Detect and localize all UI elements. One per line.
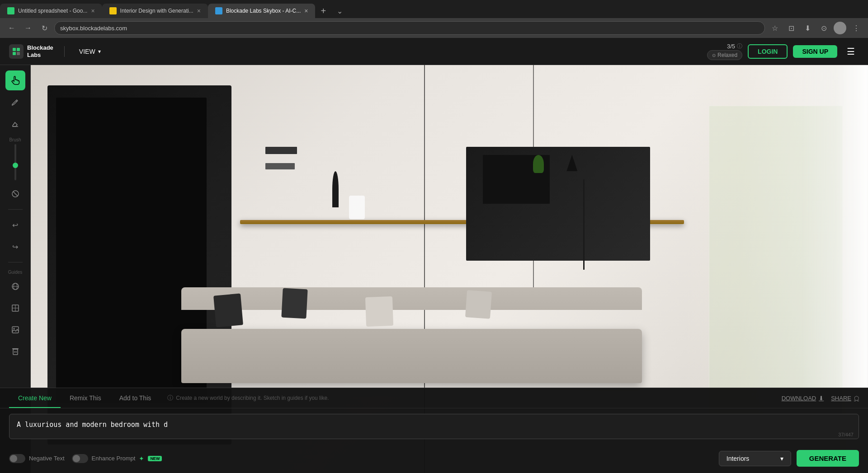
building-icon: [11, 347, 20, 356]
new-tab-button[interactable]: +: [315, 4, 331, 18]
main-content: Brush ↩ ↪ Guides: [0, 65, 868, 473]
toggle-knob: [10, 455, 17, 462]
download-icon: ⬇: [819, 395, 824, 402]
circle-slash-icon: [11, 189, 20, 198]
negative-text-label: Negative Text: [29, 455, 65, 462]
logo-text: Blockade Labs: [27, 44, 53, 58]
tab-close-3[interactable]: ×: [304, 7, 308, 14]
eraser-tool-button[interactable]: [5, 114, 25, 134]
tab-title-3: Blockade Labs Skybox - AI-C...: [226, 8, 301, 14]
view-button[interactable]: VIEW ▾: [75, 46, 104, 57]
tab-favicon-3: [215, 7, 222, 14]
header-divider: [64, 46, 65, 57]
tab-overflow-button[interactable]: ⌄: [331, 4, 348, 18]
vase-object: [332, 171, 339, 207]
toolbar-separator-1: [8, 209, 23, 210]
relaxed-text: Relaxed: [717, 52, 737, 58]
image-guide-button[interactable]: [5, 320, 25, 340]
bookmark-icon[interactable]: ☆: [769, 22, 781, 34]
browser-tab-3[interactable]: Blockade Labs Skybox - AI-C... ×: [208, 4, 316, 18]
forward-button[interactable]: →: [22, 22, 34, 34]
generate-button[interactable]: GENERATE: [797, 450, 859, 467]
more-options-icon[interactable]: ⋮: [850, 22, 863, 34]
svg-line-7: [13, 192, 18, 196]
profile-icon[interactable]: ⊙: [817, 22, 830, 34]
download-icon[interactable]: ⬇: [801, 22, 814, 34]
app-header: Blockade Labs VIEW ▾ 3/5 ⓘ ⊙ Relaxed LOG…: [0, 38, 868, 65]
brush-slider-container: Brush: [9, 136, 21, 182]
book-stack-2: [265, 163, 295, 169]
app: Blockade Labs VIEW ▾ 3/5 ⓘ ⊙ Relaxed LOG…: [0, 38, 868, 473]
prompt-input-wrap: 37/447: [9, 414, 859, 441]
svg-rect-2: [13, 52, 16, 55]
bottom-panel: Create New Remix This Add to This ⓘ Crea…: [0, 388, 868, 473]
svg-rect-17: [12, 348, 19, 349]
back-button[interactable]: ←: [5, 22, 18, 34]
login-button[interactable]: LOGIN: [748, 44, 788, 59]
globe-icon: [11, 282, 20, 291]
select-tool-button[interactable]: [5, 70, 25, 90]
enhance-prompt-group: Enhance Prompt ✦ NEW: [72, 454, 162, 463]
reload-button[interactable]: ↻: [38, 22, 51, 34]
globe-guide-button[interactable]: [5, 276, 25, 296]
lamp-pole: [583, 179, 585, 270]
negative-text-toggle[interactable]: [9, 454, 25, 463]
sofa-back: [181, 287, 642, 310]
brush-label: Brush: [9, 137, 21, 142]
tab-close-1[interactable]: ×: [91, 7, 94, 14]
browser-tab-2[interactable]: Interior Design with Generati... ×: [102, 4, 208, 18]
count-label: 3/5 ⓘ: [727, 42, 742, 50]
hamburger-menu-button[interactable]: ☰: [843, 43, 859, 60]
undo-button[interactable]: ↩: [5, 215, 25, 235]
tab-favicon-2: [109, 7, 117, 14]
svg-rect-1: [17, 48, 20, 51]
tab-remix-this[interactable]: Remix This: [61, 388, 110, 408]
prompt-input[interactable]: [9, 414, 859, 439]
pencil-icon: [11, 98, 20, 107]
browser-tab-1[interactable]: Untitled spreadsheet - Goo... ×: [0, 4, 102, 18]
enhance-prompt-toggle[interactable]: [72, 454, 88, 463]
svg-point-15: [13, 328, 14, 329]
extensions-icon[interactable]: ⊡: [785, 22, 797, 34]
download-label: DOWNLOAD: [782, 395, 816, 402]
toolbar-actions: ☆ ⊡ ⬇ ⊙ ⋮: [769, 22, 863, 34]
download-link[interactable]: DOWNLOAD ⬇: [782, 395, 824, 402]
brush-size-slider[interactable]: [14, 144, 16, 180]
pillow-dark-2: [281, 288, 307, 318]
browser-toolbar: ← → ↻ skybox.blockadelabs.com ☆ ⊡ ⬇ ⊙ ⋮: [0, 18, 868, 38]
share-icon: ⬡: [854, 395, 859, 402]
browser-tabs-bar: Untitled spreadsheet - Goo... × Interior…: [0, 0, 868, 18]
tab-create-new-label: Create New: [18, 394, 52, 402]
disable-tool-button[interactable]: [5, 184, 25, 204]
svg-line-4: [16, 101, 17, 102]
tab-create-new[interactable]: Create New: [9, 388, 61, 408]
structure-guide-button[interactable]: [5, 342, 25, 361]
hint-icon: ⓘ: [167, 394, 173, 402]
user-avatar[interactable]: [834, 22, 846, 34]
tab-close-2[interactable]: ×: [197, 7, 201, 14]
hint-text: Create a new world by describing it. Ske…: [176, 395, 329, 401]
tab-add-to-this[interactable]: Add to This: [110, 388, 160, 408]
signup-button[interactable]: SIGN UP: [793, 45, 837, 58]
address-bar[interactable]: skybox.blockadelabs.com: [54, 21, 765, 35]
pillow-light-1: [365, 296, 393, 327]
tab-remix-this-label: Remix This: [70, 394, 101, 402]
redo-button[interactable]: ↪: [5, 237, 25, 257]
pen-tool-button[interactable]: [5, 92, 25, 112]
layout-guide-button[interactable]: [5, 298, 25, 318]
right-controls: Interiors ▾ GENERATE: [719, 450, 859, 467]
negative-text-group: Negative Text: [9, 454, 65, 463]
count-value: 3/5: [727, 43, 735, 50]
tab-add-to-this-label: Add to This: [119, 394, 151, 402]
style-dropdown[interactable]: Interiors ▾: [719, 451, 791, 466]
guides-label: Guides: [8, 270, 23, 275]
browser-chrome: Untitled spreadsheet - Goo... × Interior…: [0, 0, 868, 38]
share-link[interactable]: SHARE ⬡: [831, 395, 859, 402]
blockade-logo-icon: [12, 47, 21, 56]
enhance-prompt-label: Enhance Prompt: [92, 455, 136, 462]
view-label: VIEW: [79, 48, 95, 55]
hand-icon: [10, 75, 20, 85]
header-right: 3/5 ⓘ ⊙ Relaxed LOGIN SIGN UP ☰: [707, 42, 859, 60]
eraser-icon: [11, 119, 20, 128]
new-badge: NEW: [148, 456, 162, 461]
